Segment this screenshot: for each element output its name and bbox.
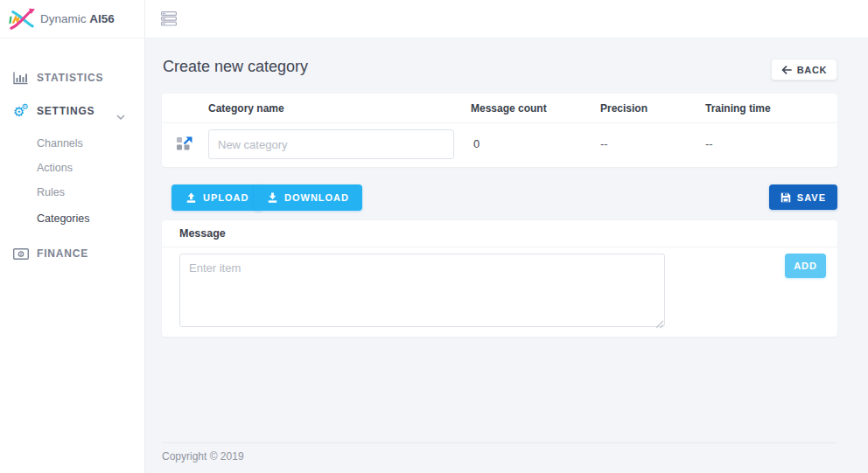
sidebar-item-categories[interactable]: Categories [0,209,144,228]
dna-logo-icon [8,7,36,31]
sidebar-item-label: SETTINGS [37,105,94,117]
category-table: Category name Message count Precision Tr… [162,94,837,167]
save-button[interactable]: SAVE [769,184,837,210]
upload-button[interactable]: UPLOAD [172,184,262,211]
floppy-disk-icon [780,192,791,203]
category-export-icon [176,136,193,156]
column-header: Precision [600,94,648,123]
download-button-label: DOWNLOAD [284,192,349,203]
sidebar-item-settings[interactable]: ⚙⚙ SETTINGS [0,101,144,121]
training-time-value: -- [705,129,713,159]
category-name-input[interactable] [208,129,454,159]
sidebar-subitem-label: Channels [37,137,83,150]
footer-divider [162,442,837,443]
table-header-row: Category name Message count Precision Tr… [162,94,837,123]
sidebar-item-channels[interactable]: Channels [0,134,144,153]
message-count-value: 0 [473,129,480,159]
back-button-label: BACK [797,65,827,75]
bar-chart-icon [13,72,32,85]
sidebar-item-statistics[interactable]: STATISTICS [0,68,144,87]
arrow-left-icon [781,66,792,74]
main-content: Create new category BACK Category name M… [145,38,868,473]
message-panel-title: Message [179,220,226,247]
gears-icon: ⚙⚙ [13,105,32,118]
sidebar-subitem-label: Rules [37,186,65,198]
app-window: Dynamic AI56 STATISTICS ⚙⚙ SETTINGS [0,0,868,473]
message-item-textarea[interactable] [179,254,665,327]
sidebar-item-label: STATISTICS [37,72,103,84]
save-button-label: SAVE [797,192,826,203]
chevron-down-icon [116,108,125,124]
banknote-icon [13,248,32,260]
upload-tray-icon [186,192,197,204]
download-tray-icon [267,192,278,204]
download-button[interactable]: DOWNLOAD [254,184,362,211]
sidebar-subitem-label: Actions [37,162,73,174]
sidebar-item-actions[interactable]: Actions [0,158,144,177]
sidebar-item-rules[interactable]: Rules [0,183,144,202]
message-panel-header: Message [162,220,837,247]
sidebar-subitem-label: Categories [37,212,89,225]
page-title: Create new category [163,58,308,76]
add-button[interactable]: ADD [785,254,826,278]
sidebar-item-finance[interactable]: FINANCE [0,244,144,263]
upload-button-label: UPLOAD [203,192,248,203]
copyright-text: Copyright © 2019 [162,450,244,463]
add-button-label: ADD [794,261,817,271]
precision-value: -- [600,129,608,159]
sidebar: Dynamic AI56 STATISTICS ⚙⚙ SETTINGS [0,0,145,473]
column-header: Category name [208,94,284,123]
brand-logo[interactable]: Dynamic AI56 [0,0,144,38]
list-rows-icon[interactable] [161,11,178,27]
column-header: Training time [705,94,771,123]
brand-name: Dynamic AI56 [40,12,115,25]
back-button[interactable]: BACK [771,59,837,80]
column-header: Message count [471,94,547,123]
topbar [145,0,868,38]
message-panel: Message ADD [162,220,837,337]
sidebar-item-label: FINANCE [37,247,88,260]
